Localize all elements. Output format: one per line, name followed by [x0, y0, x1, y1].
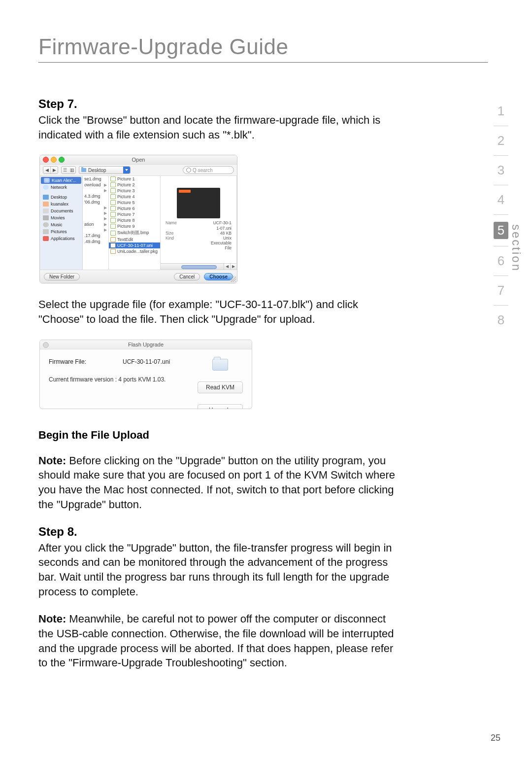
resize-handle-icon[interactable]	[230, 276, 236, 282]
location-label: Desktop	[88, 168, 106, 173]
open-dialog-title: Open	[132, 157, 145, 163]
back-icon: ◀	[43, 167, 50, 173]
step7-body: Click the "Browse" button and locate the…	[38, 113, 403, 142]
movies-icon	[43, 215, 49, 220]
step8-note: Note: Meanwhile, be careful not to power…	[38, 612, 403, 670]
chevron-down-icon	[123, 167, 130, 173]
zoom-icon[interactable]	[59, 157, 65, 163]
desktop-icon	[43, 195, 49, 200]
applications-icon	[43, 236, 49, 241]
read-kvm-button[interactable]: Read KVM	[198, 381, 243, 393]
begin-upload-note: Note: Before clicking on the "Upgrade" b…	[38, 453, 403, 512]
browse-button[interactable]	[212, 359, 228, 371]
upgrade-button[interactable]: Upgrade	[198, 404, 243, 409]
folder-icon	[81, 168, 86, 172]
sidebar-home[interactable]: kuanalex	[40, 201, 82, 207]
section-nav: 1 2 3 4 5 6 7 8	[494, 104, 508, 328]
disk-icon	[44, 178, 50, 183]
preview-thumb	[177, 188, 220, 218]
search-input[interactable]: Qsearch	[183, 166, 234, 174]
flash-upgrade-dialog: Flash Upgrade Firmware File: UCF-30-11-0…	[39, 340, 252, 409]
firmware-file-label: Firmware File:	[49, 358, 123, 365]
choose-button[interactable]: Choose	[204, 273, 233, 280]
close-icon[interactable]	[43, 342, 49, 348]
view-toggle[interactable]: ☰▥	[61, 166, 76, 174]
finder-preview: NameUCF-30-1 1-07.uni Size48 KB KindUnix…	[161, 176, 237, 270]
nav-3[interactable]: 3	[494, 163, 508, 178]
firmware-file-value: UCF-30-11-07.uni	[123, 358, 170, 365]
home-icon	[43, 202, 49, 207]
minimize-icon[interactable]	[51, 157, 57, 163]
column-view-icon: ▥	[68, 167, 75, 173]
window-controls[interactable]	[43, 157, 65, 163]
horizontal-scrollbar[interactable]: ◀ ▶	[161, 263, 236, 270]
nav-6[interactable]: 6	[494, 253, 508, 269]
sidebar-music[interactable]: Music	[40, 221, 82, 228]
open-dialog-titlebar: Open	[40, 155, 237, 165]
forward-icon: ▶	[50, 167, 58, 173]
sidebar-device-1[interactable]: Network	[40, 184, 82, 191]
nav-5[interactable]: 5	[494, 222, 508, 239]
scroll-left-icon: ◀	[224, 264, 230, 270]
selected-file-row[interactable]: UCF-30-11-07.uni	[109, 242, 160, 248]
scroll-right-icon: ▶	[230, 264, 236, 270]
open-sidebar: Kuan Alex'... Network Desktop kuanalex D…	[40, 176, 83, 270]
close-icon[interactable]	[43, 157, 49, 163]
page-number: 25	[491, 733, 500, 743]
flash-title: Flash Upgrade	[128, 342, 164, 347]
sidebar-pictures[interactable]: Pictures	[40, 228, 82, 235]
finder-col-2[interactable]: Picture 1 Picture 2 Picture 3 Picture 4 …	[109, 176, 161, 270]
sidebar-movies[interactable]: Movies	[40, 214, 82, 221]
sidebar-applications[interactable]: Applications	[40, 235, 82, 242]
nav-8[interactable]: 8	[494, 312, 508, 328]
section-label: section	[509, 224, 523, 272]
new-folder-button[interactable]: New Folder	[44, 273, 80, 280]
step7-heading: Step 7.	[38, 97, 403, 111]
pictures-icon	[43, 229, 49, 234]
finder-col-1[interactable]: se1.dmg ownload▶ ▶ 4.3.dmg '06.dmg ▶ ▶ ▶…	[83, 176, 109, 270]
back-forward[interactable]: ◀▶	[43, 166, 58, 174]
cancel-button[interactable]: Cancel	[174, 273, 200, 280]
sidebar-desktop[interactable]: Desktop	[40, 194, 82, 201]
nav-4[interactable]: 4	[494, 192, 508, 207]
nav-7[interactable]: 7	[494, 283, 508, 298]
step7-after: Select the upgrade file (for example: "U…	[38, 297, 403, 326]
step8-body: After you click the "Upgrade" button, th…	[38, 541, 403, 599]
nav-2[interactable]: 2	[494, 133, 508, 148]
nav-1[interactable]: 1	[494, 104, 508, 119]
network-icon	[43, 185, 49, 190]
open-dialog: Open ◀▶ ☰▥ Desktop Qsearch Kuan Alex'...	[39, 155, 237, 283]
location-popup[interactable]: Desktop	[79, 166, 131, 174]
sidebar-device-0[interactable]: Kuan Alex'...	[41, 177, 81, 184]
list-view-icon: ☰	[62, 167, 68, 173]
step8-heading: Step 8.	[38, 525, 403, 539]
search-placeholder: search	[198, 168, 213, 173]
page-title: Firmware-Upgrade Guide	[38, 35, 488, 63]
documents-icon	[43, 208, 49, 213]
begin-upload-heading: Begin the File Upload	[38, 429, 403, 442]
music-icon	[43, 222, 49, 227]
sidebar-documents[interactable]: Documents	[40, 207, 82, 214]
